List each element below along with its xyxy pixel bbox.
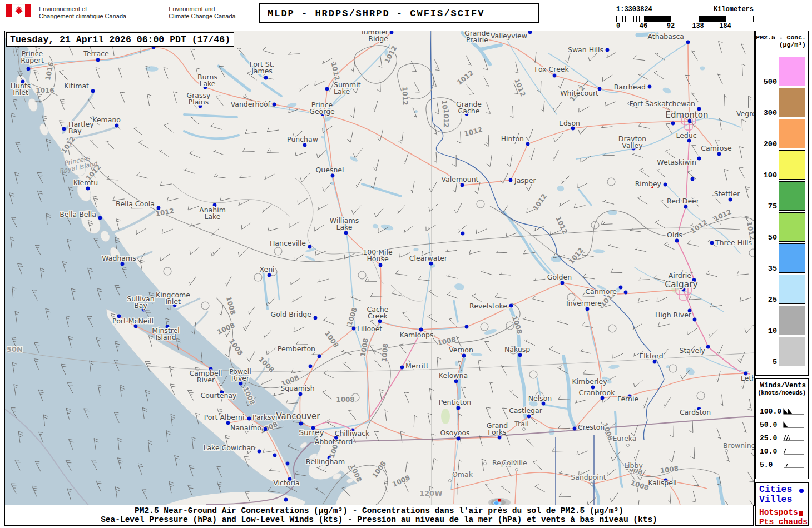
scale-segment xyxy=(726,16,753,22)
agency-name-en: Environment and Climate Change Canada xyxy=(169,4,235,20)
svg-text:Elkford: Elkford xyxy=(639,352,664,360)
pm25-level-row: 35 xyxy=(756,243,808,273)
svg-text:120W: 120W xyxy=(419,489,442,497)
svg-text:Bella Bella: Bella Bella xyxy=(60,210,96,218)
scale-tick-label: 184 xyxy=(719,22,731,30)
pm25-level-swatch xyxy=(779,212,805,242)
svg-text:Eureka: Eureka xyxy=(612,434,636,442)
wind-speed-list: 100.050.025.010.05.0 xyxy=(756,400,808,471)
svg-text:HuntsInlet: HuntsInlet xyxy=(11,82,31,97)
svg-text:Stettler: Stettler xyxy=(714,190,740,198)
svg-text:Terrace: Terrace xyxy=(83,49,109,58)
scale-bar xyxy=(616,16,754,22)
svg-text:Kemano: Kemano xyxy=(92,116,121,124)
scale-segment xyxy=(617,16,644,22)
svg-text:1008: 1008 xyxy=(370,460,388,479)
svg-text:100 MileHouse: 100 MileHouse xyxy=(363,248,393,263)
svg-text:1012: 1012 xyxy=(745,221,754,241)
svg-text:Libby: Libby xyxy=(624,461,643,470)
cities-legend-en: Cities xyxy=(756,485,808,495)
svg-text:Swan Hills: Swan Hills xyxy=(568,46,603,54)
pm25-legend-units: (µg/m³) xyxy=(756,41,808,51)
svg-text:Lethbridge: Lethbridge xyxy=(741,374,754,382)
svg-text:1008: 1008 xyxy=(225,296,237,316)
pm25-level-swatch xyxy=(779,150,805,180)
svg-text:Olds: Olds xyxy=(667,231,682,239)
svg-text:Bella Coola: Bella Coola xyxy=(116,200,155,208)
svg-text:Colville: Colville xyxy=(502,459,527,467)
svg-text:Vancouver: Vancouver xyxy=(276,411,321,421)
svg-text:Fort St.James: Fort St.James xyxy=(249,60,274,75)
svg-text:Valemount: Valemount xyxy=(442,175,479,183)
pm25-level-row: 50 xyxy=(756,212,808,242)
svg-text:CacheCreek: CacheCreek xyxy=(367,305,389,320)
svg-text:Xeni: Xeni xyxy=(259,265,274,273)
pm25-level-row: 75 xyxy=(756,181,808,211)
svg-text:Kimberley: Kimberley xyxy=(572,377,607,386)
product-title: MLDP - HRDPS/SHRPD - CWFIS/SCIFV xyxy=(268,8,484,19)
svg-text:HartleyBay: HartleyBay xyxy=(68,120,94,135)
hotspots-legend-fr: Pts chauds xyxy=(756,517,808,527)
svg-text:Camrose: Camrose xyxy=(701,144,732,152)
svg-text:Abbotsford: Abbotsford xyxy=(315,437,353,446)
svg-text:GrandeCache: GrandeCache xyxy=(456,100,482,115)
svg-text:Cranbrook: Cranbrook xyxy=(579,388,616,397)
svg-text:Golden: Golden xyxy=(547,273,572,281)
wind-barb-icon xyxy=(781,434,806,444)
pm25-level-swatch xyxy=(779,243,805,273)
svg-text:Vanderhoof: Vanderhoof xyxy=(231,100,271,108)
hotspots-legend-en: Hotspots xyxy=(756,508,808,517)
svg-text:TumblerRidge: TumblerRidge xyxy=(360,31,389,43)
svg-text:1012: 1012 xyxy=(463,126,483,138)
svg-text:Nakusp: Nakusp xyxy=(504,345,530,353)
svg-text:Cardston: Cardston xyxy=(680,408,711,416)
svg-text:Athabasca: Athabasca xyxy=(648,32,684,41)
wind-barb-icon xyxy=(781,460,806,470)
svg-text:1012: 1012 xyxy=(455,69,475,87)
svg-text:Punchaw: Punchaw xyxy=(287,135,318,143)
pm25-level-swatch xyxy=(779,306,805,335)
svg-text:Whitecourt: Whitecourt xyxy=(560,89,598,97)
scale-segment xyxy=(671,16,699,22)
svg-text:Sandpoint: Sandpoint xyxy=(571,473,606,481)
svg-text:Wadhams: Wadhams xyxy=(102,254,136,262)
pm25-legend: PM2.5 - Conc. (µg/m³) 500300200100755035… xyxy=(755,31,809,376)
wind-speed-row: 25.0 xyxy=(756,432,808,446)
svg-text:Hanceville: Hanceville xyxy=(270,239,306,247)
caption-box: PM2.5 Near-Ground Air Concentrations (µg… xyxy=(4,505,754,526)
svg-text:Surrey: Surrey xyxy=(299,428,324,437)
svg-text:1008: 1008 xyxy=(336,396,354,404)
scale-segment xyxy=(699,16,726,22)
caption-line2: Sea-Level Pressure (hPa) and Low-Level W… xyxy=(101,515,657,524)
svg-text:1008: 1008 xyxy=(380,343,390,362)
svg-text:1012: 1012 xyxy=(567,246,585,266)
svg-text:Edson: Edson xyxy=(559,119,580,127)
wind-speed-row: 10.0 xyxy=(756,446,808,459)
svg-text:Clearwater: Clearwater xyxy=(409,254,448,262)
pm25-level-swatch xyxy=(779,337,805,366)
pm25-level-swatch xyxy=(779,57,805,86)
svg-text:Jasper: Jasper xyxy=(514,176,536,185)
wind-speed-value: 5.0 xyxy=(760,461,773,469)
canada-flag-icon xyxy=(6,4,31,17)
svg-text:Klemtu: Klemtu xyxy=(73,178,98,187)
svg-text:Rimbey: Rimbey xyxy=(635,180,662,188)
svg-text:1008: 1008 xyxy=(391,474,411,489)
svg-text:Vernon: Vernon xyxy=(449,346,473,354)
svg-text:Squamish: Squamish xyxy=(280,384,315,392)
wind-speed-value: 10.0 xyxy=(760,447,777,456)
scale-unit: Kilometers xyxy=(714,6,754,14)
svg-text:Quesnel: Quesnel xyxy=(315,166,344,174)
svg-text:1012: 1012 xyxy=(712,208,732,223)
svg-text:Canmore: Canmore xyxy=(585,287,617,296)
pm25-level-value: 500 xyxy=(764,78,777,86)
svg-text:Kelowna: Kelowna xyxy=(439,371,468,380)
product-title-box: MLDP - HRDPS/SHRPD - CWFIS/SCIFV xyxy=(259,3,539,23)
datetime-box: Tuesday, 21 April 2026 06:00 PDT (17/46) xyxy=(6,32,234,47)
svg-text:1012: 1012 xyxy=(442,109,450,127)
pm25-level-swatch xyxy=(779,119,805,148)
svg-text:Edmonton: Edmonton xyxy=(666,110,709,120)
svg-text:BurnsLake: BurnsLake xyxy=(197,73,217,88)
svg-text:Bellingham: Bellingham xyxy=(306,457,345,466)
svg-text:GrassyPlains: GrassyPlains xyxy=(187,91,211,106)
